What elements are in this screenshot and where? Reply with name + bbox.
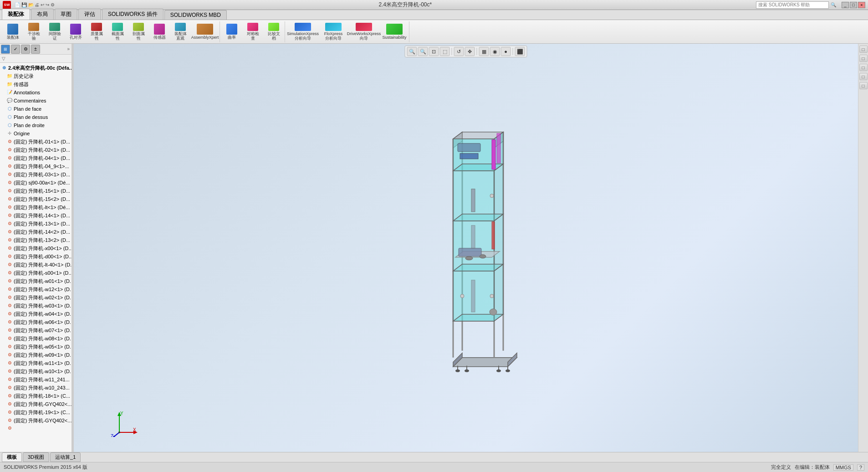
tab-assembly[interactable]: 装配体 [2, 9, 30, 20]
toolbar-btn-curvature[interactable]: 曲率 [222, 22, 242, 42]
toolbar-btn-assembly-vis[interactable]: 装配体直观 [170, 22, 190, 42]
list-item[interactable]: ⚙ (固定) 升降机-15<1> (D... [0, 187, 71, 195]
search-icon[interactable]: 🔍 [831, 2, 836, 7]
toolbar-btn-floxpress[interactable]: FloXpress分析向导 [320, 22, 347, 42]
list-item[interactable]: ⚙ (固定) 升降机-w10<1> (D... [0, 367, 71, 375]
toolbar-btn-sensor[interactable]: 传感器 [149, 22, 169, 42]
list-item[interactable]: ⚙ (固定) 升降机-d00<1> (D... [0, 252, 71, 261]
list-item[interactable]: ⚙ (固定) 升降机-01<1> (D... [0, 138, 71, 146]
list-item[interactable]: ⚙ (固定) 升降机-w07<1> (D... [0, 326, 71, 334]
list-item[interactable]: ⚙ (固定) 升降机-18<1> (C... [0, 392, 71, 400]
tree-sensor[interactable]: 📁 传感器 [0, 80, 71, 88]
pan-btn[interactable]: ✥ [465, 47, 475, 56]
tree-sensor-label: 传感器 [14, 81, 29, 88]
toolbar-btn-mass[interactable]: 质量属性 [87, 22, 107, 42]
toolbar-btn-compare[interactable]: 比较文档 [264, 22, 284, 42]
list-item[interactable]: ⚙ (固定) 升降机-14<2> (D... [0, 228, 71, 236]
zoom-box-btn[interactable]: ⬚ [440, 47, 450, 56]
right-panel-btn-1[interactable]: □ [859, 46, 868, 53]
hide-btn[interactable]: ● [501, 47, 511, 56]
zoom-fit-btn[interactable]: ⊡ [429, 47, 439, 56]
property-manager-icon[interactable]: ✓ [11, 45, 20, 54]
list-item[interactable]: ⚙ (固定) 升降机-04<1> (D... [0, 154, 71, 162]
list-item[interactable]: ⚙ (固定) 升降机-w02<1> (D... [0, 293, 71, 302]
toolbar-btn-section2[interactable]: 剖面属性 [128, 22, 148, 42]
list-item[interactable]: ⚙ (固定) 升降机-13<2> (D... [0, 236, 71, 244]
list-item[interactable]: ⚙ (固定) 升降机-x00<1> (D... [0, 244, 71, 252]
view-btn[interactable]: ▦ [479, 47, 489, 56]
list-item[interactable]: ⚙ (固定) 升降机-lt<1> (Dé... [0, 203, 71, 211]
toolbar-btn-hole-align[interactable]: 孔对齐 [66, 22, 86, 42]
search-input[interactable] [756, 1, 829, 9]
tree-plan-dessus[interactable]: ⬡ Plan de dessus [0, 113, 71, 121]
tab-layout[interactable]: 布局 [31, 9, 54, 20]
dime-xpert-icon[interactable]: ± [31, 45, 40, 54]
list-item[interactable]: ⚙ (固定) 升降机-lt-40<1> (D... [0, 261, 71, 269]
zoom-out-btn[interactable]: 🔍 [418, 47, 428, 56]
list-item[interactable]: ⚙ (固定) 升降机-w06<1> (D... [0, 318, 71, 326]
tree-origine[interactable]: ✛ Origine [0, 129, 71, 138]
list-item[interactable]: ⚙ [0, 425, 71, 432]
list-item[interactable]: ⚙ (固定) sj90-00a<1> (Dé... [0, 179, 71, 187]
toolbar-btn-driveworks[interactable]: DriveWorksXpress向导 [348, 22, 380, 42]
3d-viewport[interactable]: 🔍 🔍 ⊡ ⬚ ↺ ✥ ▦ ◉ ● ⬛ [74, 44, 858, 452]
tree-root[interactable]: ⊕ 2.4米高空升降机-00c (Défa... [0, 64, 71, 72]
rotate-btn[interactable]: ↺ [454, 47, 464, 56]
tab-evaluate[interactable]: 评估 [78, 9, 101, 20]
list-item[interactable]: ⚙ (固定) 升降机-w01<1> (D... [0, 277, 71, 285]
tree-history[interactable]: 📁 历史记录 [0, 72, 71, 80]
feature-manager-icon[interactable]: ⊞ [1, 45, 10, 54]
toolbar-btn-symmetry[interactable]: 对称检查 [243, 22, 263, 42]
list-item[interactable]: ⚙ (固定) 升降机-w12<1> (D... [0, 285, 71, 293]
right-panel-btn-3[interactable]: □ [859, 64, 868, 71]
minimize-button[interactable]: _ [842, 2, 849, 8]
panel-expand-btn[interactable]: » [66, 46, 71, 52]
list-item[interactable]: ⚙ (固定) 升降机-14<1> (D... [0, 211, 71, 220]
list-item[interactable]: ⚙ (固定) 升降机-s00<1> (D... [0, 269, 71, 277]
tab-sw-mbd[interactable]: SOLIDWORKS MBD [164, 10, 227, 20]
tree-plan-face[interactable]: ⬡ Plan de face [0, 105, 71, 113]
list-item[interactable]: ⚙ (固定) 升降机-15<2> (D... [0, 195, 71, 203]
list-item[interactable]: ⚙ (固定) 升降机-w09<1> (D... [0, 351, 71, 359]
list-item[interactable]: ⚙ (固定) 升降机-04_9<1>... [0, 162, 71, 170]
list-item[interactable]: ⚙ (固定) 升降机-13<1> (D... [0, 220, 71, 228]
zoom-in-btn[interactable]: 🔍 [407, 47, 417, 56]
toolbar-btn-section[interactable]: 截面属性 [107, 22, 128, 42]
bottom-tab-3dview[interactable]: 3D视图 [23, 452, 49, 462]
list-item[interactable]: ⚙ (固定) 升降机-02<1> (D... [0, 146, 71, 154]
display-btn[interactable]: ◉ [490, 47, 500, 56]
toolbar-btn-interference[interactable]: 干涉检验 [24, 22, 44, 42]
tree-commentaires[interactable]: 💬 Commentaires [0, 97, 71, 105]
toolbar-btn-assemblyxpert[interactable]: AssemblyXpert [191, 22, 219, 42]
toolbar-btn-simxpress[interactable]: SimulationXpress分析向导 [287, 22, 319, 42]
status-units[interactable]: MMGS [833, 464, 853, 471]
list-item[interactable]: ⚙ (固定) 升降机-03<1> (D... [0, 170, 71, 179]
config-manager-icon[interactable]: ⚙ [21, 45, 30, 54]
list-item[interactable]: ⚙ (固定) 升降机-w04<1> (D... [0, 310, 71, 318]
tree-annotations[interactable]: 📝 Annotations [0, 88, 71, 97]
list-item[interactable]: ⚙ (固定) 升降机-19<1> (C... [0, 408, 71, 416]
view-orient-btn[interactable]: ⬛ [515, 47, 525, 56]
toolbar-btn-clearance[interactable]: 间隙验证 [45, 22, 65, 42]
tree-plan-droite[interactable]: ⬡ Plan de droite [0, 121, 71, 129]
close-button[interactable]: × [858, 2, 865, 8]
toolbar-btn-sustainability[interactable]: Sustainability [381, 22, 408, 42]
list-item[interactable]: ⚙ (固定) 升降机-w03<1> (D... [0, 302, 71, 310]
status-help[interactable]: ? [857, 464, 864, 471]
list-item[interactable]: ⚙ (固定) 升降机-w05<1> (D... [0, 343, 71, 351]
restore-button[interactable]: □ [850, 2, 857, 8]
list-item[interactable]: ⚙ (固定) 升降机-w10_243... [0, 384, 71, 392]
list-item[interactable]: ⚙ (固定) 升降机-w11<1> (D... [0, 359, 71, 367]
tab-sketch[interactable]: 草图 [55, 9, 77, 20]
bottom-tab-template[interactable]: 模板 [2, 452, 22, 462]
toolbar-btn-assembly[interactable]: 装配体 [3, 22, 23, 42]
right-panel-btn-2[interactable]: □ [859, 55, 868, 62]
bottom-tab-motion[interactable]: 运动算_1 [50, 452, 81, 462]
right-panel-btn-5[interactable]: □ [859, 82, 868, 89]
list-item[interactable]: ⚙ (固定) 升降机-w08<1> (D... [0, 334, 71, 343]
right-panel-btn-4[interactable]: □ [859, 73, 868, 80]
list-item[interactable]: ⚙ (固定) 升降机-GYQ402<... [0, 416, 71, 425]
list-item[interactable]: ⚙ (固定) 升降机-w11_241... [0, 375, 71, 384]
tab-sw-plugins[interactable]: SOLIDWORKS 插件 [102, 9, 163, 20]
list-item[interactable]: ⚙ (固定) 升降机-GYQ402<... [0, 400, 71, 408]
